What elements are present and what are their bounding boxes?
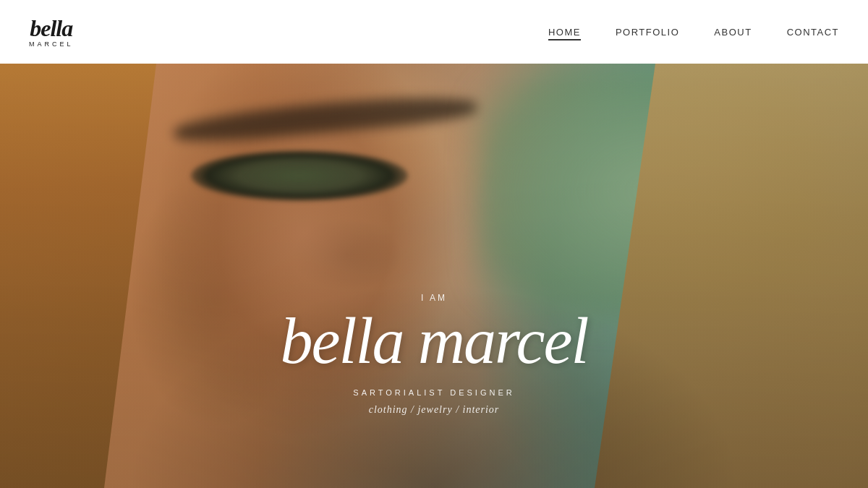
hero-background [0, 64, 868, 488]
nav-home[interactable]: HOME [548, 27, 581, 38]
logo[interactable]: bella MARCEL [29, 17, 74, 48]
hero-categories: clothing / jewelry / interior [217, 404, 651, 416]
nav-contact[interactable]: CONTACT [787, 27, 839, 38]
hero-section: I AM bella marcel SARTORIALIST DESIGNER … [0, 64, 868, 488]
nav-portfolio[interactable]: PORTFOLIO [616, 27, 679, 38]
hero-i-am-text: I AM [217, 293, 651, 303]
nav-about[interactable]: ABOUT [714, 27, 752, 38]
hero-content: I AM bella marcel SARTORIALIST DESIGNER … [217, 293, 651, 416]
hero-name: bella marcel [217, 309, 651, 374]
hero-overlay [0, 64, 868, 488]
hero-title: SARTORIALIST DESIGNER [217, 388, 651, 397]
site-header: bella MARCEL HOME PORTFOLIO ABOUT CONTAC… [0, 0, 868, 64]
logo-sub: MARCEL [29, 41, 74, 48]
logo-script: bella [30, 17, 72, 40]
main-nav: HOME PORTFOLIO ABOUT CONTACT [548, 27, 839, 38]
